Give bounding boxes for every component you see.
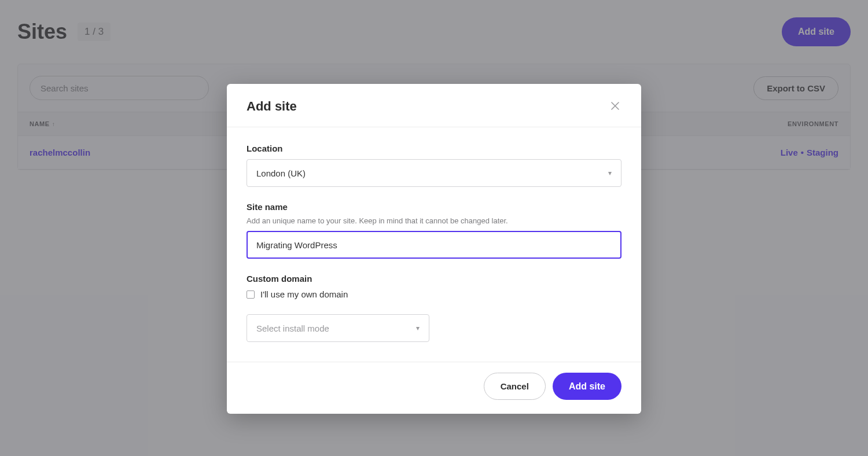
location-select[interactable]: London (UK) ▾ [247,159,621,187]
modal-overlay[interactable]: Add site Location London (UK) ▾ Site nam… [0,0,868,456]
site-name-helper: Add an unique name to your site. Keep in… [247,216,621,225]
close-button[interactable] [609,99,621,114]
install-mode-placeholder: Select install mode [256,323,329,333]
site-name-input[interactable]: Migrating WordPress [247,231,621,259]
modal-header: Add site [227,84,641,127]
site-name-group: Site name Add an unique name to your sit… [247,202,621,259]
custom-domain-label: Custom domain [247,274,621,284]
close-icon [611,102,619,110]
modal-title: Add site [247,99,297,114]
install-mode-group: Select install mode ▾ [247,314,621,342]
modal-footer: Cancel Add site [227,362,641,414]
own-domain-checkbox[interactable]: I'll use my own domain [247,289,621,299]
submit-add-site-button[interactable]: Add site [553,373,621,400]
location-label: Location [247,144,621,153]
add-site-modal: Add site Location London (UK) ▾ Site nam… [227,84,641,414]
custom-domain-group: Custom domain I'll use my own domain [247,274,621,299]
own-domain-label: I'll use my own domain [260,289,348,299]
cancel-button[interactable]: Cancel [484,373,546,400]
modal-body: Location London (UK) ▾ Site name Add an … [227,127,641,362]
site-name-value: Migrating WordPress [256,240,337,250]
install-mode-select[interactable]: Select install mode ▾ [247,314,429,342]
location-group: Location London (UK) ▾ [247,144,621,187]
site-name-label: Site name [247,202,621,212]
checkbox-icon [247,290,255,299]
chevron-down-icon: ▾ [608,169,612,177]
location-value: London (UK) [256,168,306,178]
chevron-down-icon: ▾ [416,324,420,332]
